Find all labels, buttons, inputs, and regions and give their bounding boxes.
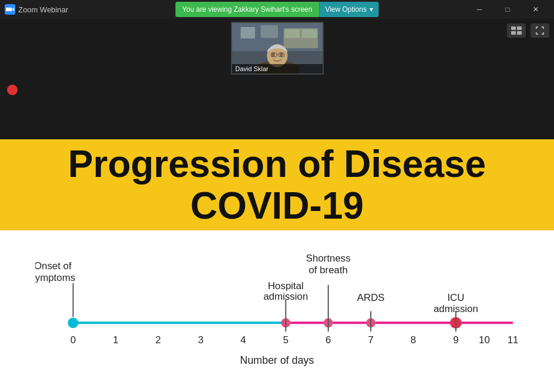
main-area: David Sklar Progression of Di — [0, 19, 554, 392]
svg-text:2: 2 — [156, 334, 161, 346]
svg-rect-18 — [517, 31, 522, 35]
close-button[interactable]: ✕ — [522, 0, 549, 19]
gallery-icon — [511, 26, 522, 35]
slide-banner: Progression of Disease COVID-19 — [0, 139, 554, 230]
minimize-button[interactable]: ─ — [466, 0, 493, 19]
svg-text:symptoms: symptoms — [35, 272, 75, 283]
zoom-logo: Zoom Webinar — [5, 4, 68, 15]
maximize-button[interactable]: □ — [494, 0, 521, 19]
view-options-label: View Options — [325, 5, 366, 14]
svg-text:Number of days: Number of days — [240, 354, 314, 366]
titlebar-left: Zoom Webinar — [5, 4, 68, 15]
svg-text:1: 1 — [113, 334, 118, 346]
svg-rect-16 — [517, 26, 522, 30]
svg-text:5: 5 — [283, 334, 288, 346]
record-button[interactable] — [6, 83, 19, 96]
svg-text:admission: admission — [434, 303, 478, 314]
svg-text:Hospital: Hospital — [268, 280, 304, 292]
notification-bar: You are viewing Zakkary Swihart's screen… — [175, 0, 379, 17]
svg-point-10 — [271, 52, 275, 56]
top-right-controls — [507, 24, 549, 38]
svg-rect-7 — [301, 29, 316, 38]
svg-rect-15 — [511, 26, 516, 30]
svg-rect-3 — [240, 27, 254, 38]
svg-text:Onset of: Onset of — [35, 260, 72, 272]
speaker-name: David Sklar — [232, 64, 323, 73]
svg-text:admission: admission — [263, 291, 308, 302]
svg-text:ICU: ICU — [447, 292, 464, 303]
svg-rect-4 — [260, 25, 277, 38]
app-title: Zoom Webinar — [18, 5, 68, 14]
chevron-down-icon: ▾ — [370, 5, 373, 14]
svg-text:7: 7 — [368, 334, 373, 346]
view-options-button[interactable]: View Options ▾ — [319, 2, 378, 17]
svg-text:9: 9 — [453, 334, 458, 346]
svg-text:4: 4 — [240, 334, 246, 346]
timeline-area: Onset of symptoms Shortness of breath Ho… — [0, 230, 554, 392]
svg-text:3: 3 — [198, 334, 203, 346]
svg-text:6: 6 — [325, 334, 331, 346]
window-controls: ─ □ ✕ — [466, 0, 549, 19]
svg-text:of breath: of breath — [309, 264, 348, 276]
svg-rect-17 — [511, 31, 516, 35]
svg-text:8: 8 — [411, 334, 416, 346]
svg-text:10: 10 — [479, 334, 490, 346]
svg-point-11 — [279, 52, 283, 56]
svg-text:ARDS: ARDS — [357, 292, 385, 303]
titlebar: Zoom Webinar You are viewing Zakkary Swi… — [0, 0, 554, 19]
svg-text:11: 11 — [508, 334, 519, 346]
svg-point-21 — [68, 317, 79, 328]
fullscreen-icon — [535, 26, 545, 35]
svg-text:0: 0 — [70, 334, 76, 346]
zoom-icon — [5, 4, 15, 15]
timeline-chart: Onset of symptoms Shortness of breath Ho… — [35, 242, 519, 380]
svg-rect-6 — [284, 29, 299, 38]
slide-area: Progression of Disease COVID-19 — [0, 139, 554, 392]
record-indicator — [7, 85, 18, 95]
speaker-thumbnail: David Sklar — [231, 22, 324, 75]
viewing-badge: You are viewing Zakkary Swihart's screen — [175, 2, 319, 17]
gallery-view-button[interactable] — [507, 24, 526, 38]
slide-title: Progression of Disease COVID-19 — [18, 143, 536, 226]
fullscreen-button[interactable] — [531, 24, 549, 38]
svg-text:Shortness: Shortness — [306, 253, 351, 264]
